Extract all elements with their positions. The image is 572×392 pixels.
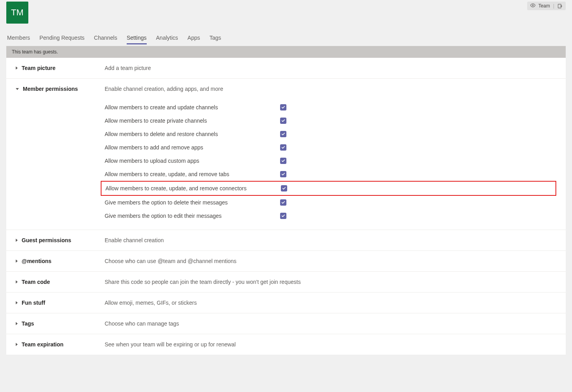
tab-analytics[interactable]: Analytics [156,35,178,44]
svg-point-0 [532,5,533,6]
section-mentions: @mentions Choose who can use @team and @… [6,251,566,272]
section-team-picture: Team picture Add a team picture [6,58,566,79]
section-desc: Add a team picture [105,65,151,71]
section-desc: Share this code so people can join the t… [105,279,301,285]
permission-checkbox[interactable] [280,171,286,177]
permission-label: Allow members to add and remove apps [105,144,280,151]
leave-team-icon[interactable] [557,4,563,9]
permission-row: Allow members to create and update chann… [105,101,556,114]
permission-checkbox[interactable] [280,131,286,137]
section-header-guest-permissions[interactable]: Guest permissions [16,237,105,243]
permission-label: Allow members to delete and restore chan… [105,131,280,137]
section-guest-permissions: Guest permissions Enable channel creatio… [6,230,566,251]
section-header-fun-stuff[interactable]: Fun stuff [16,300,105,306]
tab-pending-requests[interactable]: Pending Requests [39,35,84,44]
permission-checkbox[interactable] [280,158,286,164]
chevron-right-icon [16,66,18,70]
separator: | [553,3,554,9]
section-desc: See when your team will be expiring or u… [105,341,236,348]
header-actions: Team | [527,2,566,10]
permission-row: Allow members to create, update, and rem… [101,181,556,196]
permission-checkbox[interactable] [280,118,286,124]
permissions-list: Allow members to create and update chann… [105,101,556,223]
chevron-right-icon [16,343,18,346]
section-header-member-permissions[interactable]: Member permissions [16,86,105,92]
permission-row: Allow members to upload custom apps [105,154,556,167]
section-header-team-code[interactable]: Team code [16,279,105,285]
permission-label: Allow members to create, update, and rem… [105,185,281,191]
permission-row: Allow members to create private channels [105,114,556,127]
tab-apps[interactable]: Apps [188,35,200,44]
permission-label: Allow members to create and update chann… [105,104,280,110]
permission-checkbox[interactable] [280,104,286,110]
tab-settings[interactable]: Settings [127,35,147,44]
section-header-team-picture[interactable]: Team picture [16,65,105,71]
permission-row: Allow members to add and remove apps [105,141,556,154]
permission-row: Give members the option to delete their … [105,196,556,209]
permission-label: Give members the option to delete their … [105,199,280,206]
tab-members[interactable]: Members [7,35,30,44]
section-team-expiration: Team expiration See when your team will … [6,334,566,355]
tabs: Members Pending Requests Channels Settin… [6,35,566,44]
section-desc: Choose who can use @team and @channel me… [105,258,236,264]
section-title: Team code [22,279,50,285]
section-desc: Enable channel creation, adding apps, an… [105,86,556,92]
section-fun-stuff: Fun stuff Allow emoji, memes, GIFs, or s… [6,293,566,313]
section-header-tags[interactable]: Tags [16,320,105,327]
permission-checkbox[interactable] [281,185,287,191]
chevron-right-icon [16,322,18,325]
chevron-right-icon [16,301,18,304]
team-avatar[interactable]: TM [6,2,28,24]
permission-label: Allow members to create private channels [105,118,280,124]
chevron-right-icon [16,280,18,283]
team-avatar-initials: TM [11,7,24,18]
permission-row: Allow members to delete and restore chan… [105,127,556,141]
tab-tags[interactable]: Tags [209,35,221,44]
permission-label: Allow members to upload custom apps [105,158,280,164]
section-member-permissions: Member permissions Enable channel creati… [6,79,566,230]
section-team-code: Team code Share this code so people can … [6,272,566,293]
section-title: Tags [22,320,34,327]
permission-checkbox[interactable] [280,199,286,206]
chevron-right-icon [16,259,18,263]
section-desc: Allow emoji, memes, GIFs, or stickers [105,300,197,306]
section-title: Member permissions [23,86,78,92]
section-title: Team picture [22,65,55,71]
chevron-down-icon [16,88,19,90]
permission-checkbox[interactable] [280,213,286,219]
section-header-team-expiration[interactable]: Team expiration [16,341,105,348]
section-title: Guest permissions [22,237,71,243]
section-title: @mentions [22,258,52,264]
visibility-icon [530,3,535,9]
guests-banner: This team has guests. [6,46,566,58]
permission-checkbox[interactable] [280,144,286,151]
permission-row: Give members the option to edit their me… [105,209,556,223]
tab-channels[interactable]: Channels [94,35,117,44]
permission-label: Give members the option to edit their me… [105,213,280,219]
permission-row: Allow members to create, update, and rem… [105,167,556,181]
section-desc: Choose who can manage tags [105,320,179,327]
team-visibility-label[interactable]: Team [539,3,550,9]
chevron-right-icon [16,239,18,242]
section-title: Team expiration [22,341,63,348]
permission-label: Allow members to create, update, and rem… [105,171,280,177]
section-header-mentions[interactable]: @mentions [16,258,105,264]
section-tags: Tags Choose who can manage tags [6,313,566,334]
section-title: Fun stuff [22,300,45,306]
section-desc: Enable channel creation [105,237,164,243]
